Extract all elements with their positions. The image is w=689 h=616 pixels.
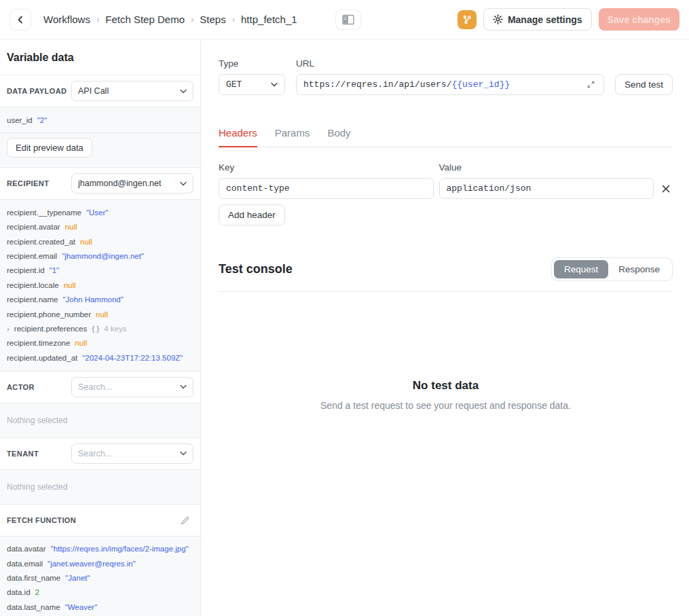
actor-search-placeholder: Search... xyxy=(78,382,112,392)
tenant-search-placeholder: Search... xyxy=(78,449,112,458)
data-payload-preview: › user_id "2" xyxy=(0,107,200,133)
breadcrumb-workflow-name[interactable]: Fetch Step Demo xyxy=(105,14,185,25)
tab-params[interactable]: Params xyxy=(275,127,310,147)
back-button[interactable] xyxy=(10,9,31,31)
request-tabs: Headers Params Body xyxy=(219,127,673,147)
data-payload-selected-value: API Call xyxy=(78,86,109,96)
list-item: › recipient.updated_at "2024-04-23T17:22… xyxy=(7,350,193,365)
chevron-down-icon xyxy=(180,181,187,186)
fetch-function-label: FETCH FUNCTION xyxy=(7,516,76,524)
empty-state-title: No test data xyxy=(219,379,673,393)
tab-body[interactable]: Body xyxy=(327,127,350,147)
actor-select[interactable]: Search... xyxy=(71,377,193,397)
request-response-toggle: Request Response xyxy=(551,257,673,281)
console-divider xyxy=(219,291,673,292)
app-header: Workflows › Fetch Step Demo › Steps › ht… xyxy=(0,0,689,39)
git-branch-icon xyxy=(462,15,472,24)
breadcrumb: Workflows › Fetch Step Demo › Steps › ht… xyxy=(43,14,297,25)
list-item: › recipient.timezone null xyxy=(7,336,193,350)
actor-row: ACTOR Search... xyxy=(0,372,200,403)
header-key-input[interactable] xyxy=(219,178,434,199)
edit-preview-data-button[interactable]: Edit preview data xyxy=(7,138,92,158)
value-label: Value xyxy=(439,162,654,173)
header-key-field: Key xyxy=(219,162,434,199)
test-console-title: Test console xyxy=(219,262,293,276)
add-header-button[interactable]: Add header xyxy=(219,204,285,225)
list-item: › data.id 2 xyxy=(7,585,193,600)
test-console-header: Test console Request Response xyxy=(219,257,673,281)
save-changes-button[interactable]: Save changes xyxy=(599,8,679,31)
commit-status-badge[interactable] xyxy=(458,10,477,29)
list-item: › recipient.created_at null xyxy=(7,234,193,249)
recipient-label: RECIPIENT xyxy=(7,179,49,187)
list-item: › data.email "janet.weaver@reqres.in" xyxy=(7,556,193,570)
type-label: Type xyxy=(219,58,285,69)
request-form: Type GET URL https://reqres.in/api/users… xyxy=(219,58,673,95)
list-item: › recipient.phone_number null xyxy=(7,307,193,321)
breadcrumb-separator: › xyxy=(96,14,99,24)
recipient-select[interactable]: jhammond@ingen.net xyxy=(71,173,193,194)
gear-icon xyxy=(493,14,503,24)
sidebar-panel-icon xyxy=(342,14,354,25)
key-label: Key xyxy=(219,162,434,173)
list-item: › recipient.__typename "User" xyxy=(7,205,193,219)
list-item: › recipient.avatar null xyxy=(7,220,193,234)
fetch-function-preview: › data.avatar "https://reqres.in/img/fac… xyxy=(0,536,200,616)
breadcrumb-steps[interactable]: Steps xyxy=(200,14,225,25)
manage-settings-label: Manage settings xyxy=(508,14,582,25)
list-item: › data.avatar "https://reqres.in/img/fac… xyxy=(7,542,193,556)
chevron-down-icon xyxy=(180,451,187,456)
chevron-left-icon xyxy=(16,15,25,24)
empty-state-description: Send a test request to see your request … xyxy=(219,400,673,411)
toggle-response[interactable]: Response xyxy=(608,260,670,278)
remove-header-button[interactable] xyxy=(659,182,673,196)
variable-data-sidebar: Variable data DATA PAYLOAD API Call › us… xyxy=(0,40,201,616)
url-field: URL https://reqres.in/api/users/{{user_i… xyxy=(296,58,604,95)
list-item: › data.first_name "Janet" xyxy=(7,570,193,585)
list-item: › recipient.preferences { } 4 keys xyxy=(7,322,193,336)
chevron-down-icon xyxy=(180,89,187,94)
tenant-select[interactable]: Search... xyxy=(71,443,193,464)
actor-empty-text: Nothing selected xyxy=(7,409,193,432)
manage-settings-button[interactable]: Manage settings xyxy=(483,8,592,31)
tenant-preview: Nothing selected xyxy=(0,469,200,505)
fetch-function-row: FETCH FUNCTION xyxy=(0,505,200,536)
data-payload-row: DATA PAYLOAD API Call xyxy=(0,75,200,107)
breadcrumb-workflows[interactable]: Workflows xyxy=(43,14,90,25)
header-value-input[interactable] xyxy=(439,178,654,199)
data-payload-select[interactable]: API Call xyxy=(71,81,193,101)
header-value-field: Value xyxy=(439,162,654,199)
header-actions: Manage settings Save changes xyxy=(458,8,679,31)
actor-label: ACTOR xyxy=(7,383,35,391)
header-key-value-row: Key Value xyxy=(219,162,673,199)
url-variable-token: {{user_id}} xyxy=(451,79,510,90)
url-input[interactable]: https://reqres.in/api/users/{{user_id}} xyxy=(296,74,604,95)
tab-headers[interactable]: Headers xyxy=(219,127,257,147)
edit-preview-container: Edit preview data xyxy=(0,133,200,168)
actor-preview: Nothing selected xyxy=(0,403,200,438)
url-text: https://reqres.in/api/users/{{user_id}} xyxy=(303,79,510,90)
toggle-request[interactable]: Request xyxy=(554,260,608,278)
expand-icon xyxy=(586,80,595,89)
expand-chevron-icon[interactable]: › xyxy=(7,323,10,335)
list-item: › data.last_name "Weaver" xyxy=(7,600,193,614)
no-test-data-empty-state: No test data Send a test request to see … xyxy=(219,379,673,411)
list-item: › user_id "2" xyxy=(7,113,193,127)
chevron-down-icon xyxy=(180,384,187,389)
send-test-button[interactable]: Send test xyxy=(615,74,673,95)
step-editor-main: Type GET URL https://reqres.in/api/users… xyxy=(202,40,689,616)
http-method-value: GET xyxy=(226,79,242,90)
edit-fetch-function-button[interactable] xyxy=(177,512,193,528)
http-method-select[interactable]: GET xyxy=(219,74,285,95)
breadcrumb-step-name[interactable]: http_fetch_1 xyxy=(241,14,297,25)
list-item: › recipient.id "1" xyxy=(7,264,193,278)
list-item: › recipient.locale null xyxy=(7,278,193,292)
close-icon xyxy=(662,185,670,193)
expand-editor-button[interactable] xyxy=(585,79,597,90)
list-item: › recipient.name "John Hammond" xyxy=(7,293,193,307)
tenant-empty-text: Nothing selected xyxy=(7,475,193,499)
url-label: URL xyxy=(296,58,604,69)
recipient-selected-value: jhammond@ingen.net xyxy=(78,179,162,188)
type-field: Type GET xyxy=(219,58,285,95)
toggle-sidebar-button[interactable] xyxy=(335,10,361,30)
